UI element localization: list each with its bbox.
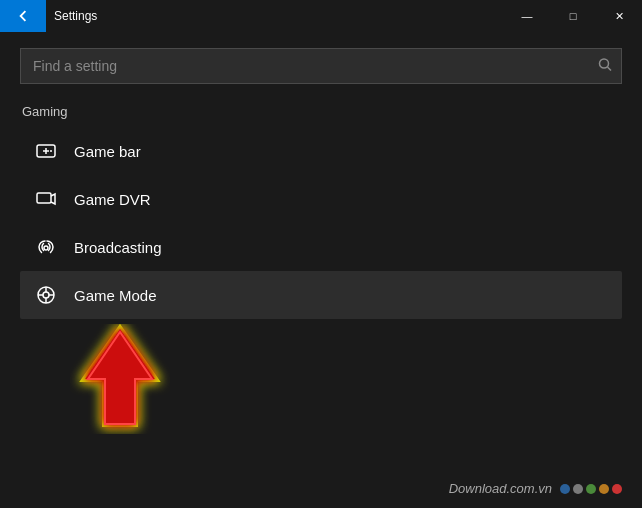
arrow-image: [70, 324, 170, 434]
svg-point-9: [43, 292, 49, 298]
search-input[interactable]: [20, 48, 622, 84]
watermark-text: Download.com.vn: [449, 481, 552, 496]
arrow-area: [20, 319, 622, 492]
dot-red: [612, 484, 622, 494]
section-label: Gaming: [20, 104, 622, 119]
game-mode-icon: [32, 281, 60, 309]
svg-point-5: [50, 150, 52, 152]
menu-item-broadcasting[interactable]: Broadcasting: [20, 223, 622, 271]
game-dvr-icon: [32, 185, 60, 213]
broadcasting-icon: [32, 233, 60, 261]
svg-marker-15: [85, 329, 155, 424]
game-dvr-label: Game DVR: [74, 191, 151, 208]
menu-item-game-mode[interactable]: Game Mode: [20, 271, 622, 319]
window-controls: — □ ✕: [504, 0, 642, 32]
game-bar-icon: [32, 137, 60, 165]
settings-window: Settings — □ ✕ Gaming: [0, 0, 642, 508]
main-content: Gaming Game bar: [0, 32, 642, 508]
dot-green: [586, 484, 596, 494]
search-icon: [598, 58, 612, 75]
broadcasting-label: Broadcasting: [74, 239, 162, 256]
back-button[interactable]: [0, 0, 46, 32]
menu-item-game-bar[interactable]: Game bar: [20, 127, 622, 175]
watermark-dots: [560, 484, 622, 494]
close-button[interactable]: ✕: [596, 0, 642, 32]
game-bar-label: Game bar: [74, 143, 141, 160]
menu-list: Game bar Game DVR: [20, 127, 622, 319]
svg-point-0: [600, 59, 609, 68]
game-mode-label: Game Mode: [74, 287, 157, 304]
dot-blue: [560, 484, 570, 494]
svg-line-1: [608, 67, 612, 71]
watermark: Download.com.vn: [449, 481, 622, 496]
menu-item-game-dvr[interactable]: Game DVR: [20, 175, 622, 223]
titlebar: Settings — □ ✕: [0, 0, 642, 32]
svg-point-7: [44, 246, 48, 250]
svg-rect-6: [37, 193, 51, 203]
dot-gray: [573, 484, 583, 494]
minimize-button[interactable]: —: [504, 0, 550, 32]
search-container: [20, 48, 622, 84]
dot-orange: [599, 484, 609, 494]
maximize-button[interactable]: □: [550, 0, 596, 32]
window-title: Settings: [46, 9, 504, 23]
